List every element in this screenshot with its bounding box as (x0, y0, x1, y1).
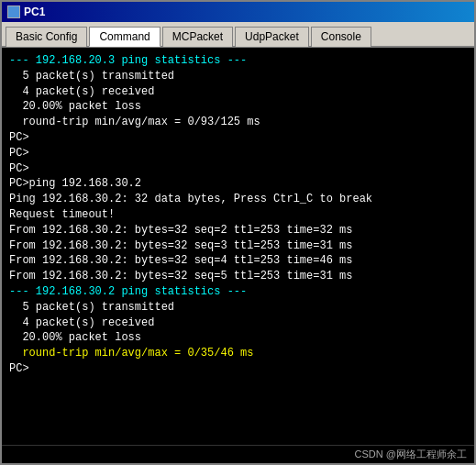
terminal-line: PC> (9, 361, 467, 377)
terminal-line: 4 packet(s) received (9, 316, 467, 331)
tab-bar: Basic ConfigCommandMCPacketUdpPacketCons… (2, 22, 474, 48)
terminal[interactable]: --- 192.168.20.3 ping statistics --- 5 p… (2, 48, 474, 445)
window-title: PC1 (24, 6, 45, 18)
title-bar: PC1 (2, 2, 474, 22)
tab-mcpacket[interactable]: MCPacket (162, 27, 233, 47)
terminal-line: PC>ping 192.168.30.2 (9, 176, 467, 192)
terminal-line: From 192.168.30.2: bytes=32 seq=4 ttl=25… (9, 253, 467, 269)
terminal-line: PC> (9, 161, 467, 177)
tab-console[interactable]: Console (311, 27, 371, 47)
terminal-line: 20.00% packet loss (9, 330, 467, 346)
terminal-line: PC> (9, 146, 467, 161)
terminal-line: From 192.168.30.2: bytes=32 seq=5 ttl=25… (9, 269, 467, 284)
tab-basic-config[interactable]: Basic Config (6, 27, 87, 47)
terminal-line: --- 192.168.30.2 ping statistics --- (9, 284, 467, 300)
terminal-line: --- 192.168.20.3 ping statistics --- (9, 53, 467, 69)
window: PC1 Basic ConfigCommandMCPacketUdpPacket… (0, 0, 476, 465)
terminal-line: Ping 192.168.30.2: 32 data bytes, Press … (9, 192, 467, 207)
terminal-line: 5 packet(s) transmitted (9, 69, 467, 84)
terminal-line: 5 packet(s) transmitted (9, 300, 467, 316)
footer: CSDN @网络工程师余工 (2, 445, 474, 463)
terminal-line: 4 packet(s) received (9, 84, 467, 100)
terminal-line: round-trip min/avg/max = 0/93/125 ms (9, 115, 467, 130)
terminal-line: round-trip min/avg/max = 0/35/46 ms (9, 346, 467, 361)
window-icon (7, 6, 20, 18)
terminal-line: PC> (9, 130, 467, 146)
tab-command[interactable]: Command (89, 27, 160, 47)
terminal-line: 20.00% packet loss (9, 99, 467, 115)
terminal-line: From 192.168.30.2: bytes=32 seq=2 ttl=25… (9, 223, 467, 238)
footer-text: CSDN @网络工程师余工 (355, 448, 467, 459)
terminal-line: Request timeout! (9, 207, 467, 223)
terminal-line: From 192.168.30.2: bytes=32 seq=3 ttl=25… (9, 238, 467, 254)
tab-udppacket[interactable]: UdpPacket (235, 27, 309, 47)
